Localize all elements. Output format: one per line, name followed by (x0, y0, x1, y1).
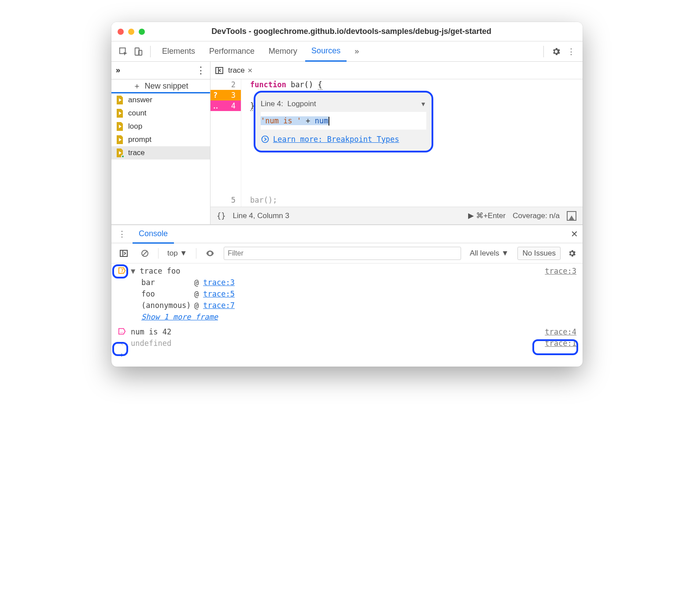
navigator-menu-icon[interactable]: ⋮ (196, 66, 206, 75)
svg-text:?: ? (121, 268, 124, 274)
learn-more-link[interactable]: Learn more: Breakpoint Types (261, 134, 426, 145)
log-message: num is 42 (131, 327, 540, 336)
breakpoint-type-selector[interactable]: Line 4: Logpoint ▼ (261, 96, 426, 112)
drawer-menu-icon[interactable]: ⋮ (116, 228, 128, 240)
overflow-menu-icon[interactable]: ⋮ (565, 45, 577, 58)
pretty-print-icon[interactable]: {} (217, 212, 225, 220)
conditional-breakpoint-icon: ? (118, 267, 126, 275)
image-preview-icon[interactable] (567, 211, 576, 221)
log-entry-logpoint[interactable]: ‥ num is 42 trace:4 (111, 326, 583, 338)
show-more-link[interactable]: Show 1 more frame (141, 312, 218, 321)
panel-tabs: Elements Performance Memory Sources » ⋮ (111, 41, 583, 62)
line-number-2[interactable]: 2 (210, 79, 241, 90)
clear-console-icon[interactable] (137, 247, 153, 260)
tab-sources[interactable]: Sources (305, 41, 347, 62)
svg-point-5 (262, 136, 269, 143)
device-toolbar-icon[interactable] (132, 45, 145, 58)
source-link[interactable]: trace:1 (545, 339, 576, 348)
svg-rect-6 (120, 250, 127, 256)
close-drawer-icon[interactable]: ✕ (571, 229, 578, 239)
context-selector[interactable]: top ▼ (164, 247, 191, 260)
navigator-overflow[interactable]: » (116, 66, 120, 75)
log-entry-trace[interactable]: ? ▼ trace foo trace:3 (111, 265, 583, 277)
console-sidebar-icon[interactable] (116, 247, 132, 260)
logpoint-expression-input[interactable]: 'num is ' + num (261, 112, 426, 130)
live-expression-icon[interactable] (202, 247, 218, 260)
source-link[interactable]: trace:3 (545, 267, 576, 275)
snippet-item-prompt[interactable]: prompt (111, 133, 210, 146)
minimize-window-button[interactable] (128, 29, 134, 35)
stack-fn-name: bar (141, 278, 190, 287)
dropdown-icon: ▼ (420, 99, 426, 109)
stack-frame: bar @ trace:3 (111, 277, 583, 288)
line-number-4-logpoint[interactable]: ‥4 (210, 100, 241, 111)
traffic-lights (118, 29, 145, 35)
levels-selector[interactable]: All levels ▼ (466, 247, 513, 260)
new-snippet-label: New snippet (144, 82, 188, 91)
stack-link[interactable]: trace:7 (203, 301, 235, 310)
inspect-element-icon[interactable] (117, 45, 130, 58)
no-issues-button[interactable]: No Issues (517, 247, 561, 260)
snippet-item-answer[interactable]: answer (111, 93, 210, 107)
breakpoint-line-label: Line 4: (261, 99, 283, 109)
console-toolbar: top ▼ All levels ▼ No Issues (111, 243, 583, 263)
separator (543, 46, 544, 57)
snippet-item-loop[interactable]: loop (111, 120, 210, 133)
close-tab-icon[interactable]: ✕ (247, 67, 253, 74)
editor-tab-trace[interactable]: trace ✕ (228, 66, 253, 75)
settings-icon[interactable] (550, 45, 562, 58)
learn-more-text[interactable]: Learn more: Breakpoint Types (273, 134, 399, 145)
editor-pane: trace ✕ 2 ?3 ‥4 5 function bar() { let n… (210, 62, 583, 224)
source-link[interactable]: trace:4 (545, 327, 576, 336)
drawer-tab-console[interactable]: Console (133, 225, 174, 244)
arrow-circle-icon (261, 135, 269, 144)
svg-line-9 (143, 251, 147, 256)
maximize-window-button[interactable] (139, 29, 145, 35)
snippet-label: count (128, 109, 147, 118)
file-icon (116, 96, 124, 104)
snippets-list: answer count loop (111, 93, 210, 160)
log-message: trace foo (140, 267, 540, 275)
line-number-3-conditional-breakpoint[interactable]: ?3 (210, 90, 241, 100)
console-settings-icon[interactable] (566, 247, 578, 260)
tab-elements[interactable]: Elements (156, 41, 201, 62)
tab-overflow[interactable]: » (348, 41, 365, 62)
console-prompt[interactable]: › (111, 349, 583, 360)
titlebar: DevTools - googlechrome.github.io/devtoo… (111, 22, 583, 41)
coverage-status: Coverage: n/a (513, 212, 560, 220)
window-title: DevTools - googlechrome.github.io/devtoo… (145, 27, 576, 36)
cursor-position: Line 4, Column 3 (233, 212, 289, 220)
tab-performance[interactable]: Performance (203, 41, 261, 62)
gutter-spacer (210, 111, 241, 195)
toggle-navigator-icon[interactable] (214, 65, 225, 76)
tab-memory[interactable]: Memory (262, 41, 303, 62)
show-more-frames[interactable]: Show 1 more frame (111, 311, 583, 323)
log-entry-return: ‹ undefined trace:1 (111, 338, 583, 349)
line-number-5[interactable]: 5 (210, 195, 241, 205)
navigator-sidebar: » ⋮ ＋ New snippet answer count (111, 62, 210, 224)
stack-link[interactable]: trace:3 (203, 278, 235, 287)
separator (158, 248, 159, 259)
stack-fn-name: (anonymous) (141, 301, 190, 310)
snippet-item-count[interactable]: count (111, 107, 210, 120)
return-icon: ‹ (118, 339, 126, 348)
filter-input[interactable] (224, 247, 461, 260)
editor-tab-label: trace (228, 66, 245, 75)
editor-statusbar: {} Line 4, Column 3 ▶ ⌘+Enter Coverage: … (210, 207, 583, 224)
new-snippet-button[interactable]: ＋ New snippet (111, 79, 210, 93)
collapse-toggle-icon[interactable]: ▼ (131, 267, 135, 275)
stack-link[interactable]: trace:5 (203, 289, 235, 298)
separator (150, 46, 151, 57)
editor-tabs: trace ✕ (210, 62, 583, 79)
sources-panel: » ⋮ ＋ New snippet answer count (111, 62, 583, 225)
devtools-window: DevTools - googlechrome.github.io/devtoo… (111, 22, 583, 367)
code-editor[interactable]: 2 ?3 ‥4 5 function bar() { let num = 42;… (210, 79, 583, 207)
file-icon (116, 109, 124, 118)
close-window-button[interactable] (118, 29, 124, 35)
prompt-icon: › (118, 350, 126, 359)
run-snippet-shortcut[interactable]: ▶ ⌘+Enter (468, 211, 506, 220)
logpoint-icon: ‥ (213, 100, 218, 111)
breakpoint-type-label: Logpoint (288, 99, 316, 109)
snippet-item-trace[interactable]: trace (111, 146, 210, 160)
snippet-label: loop (128, 122, 142, 131)
